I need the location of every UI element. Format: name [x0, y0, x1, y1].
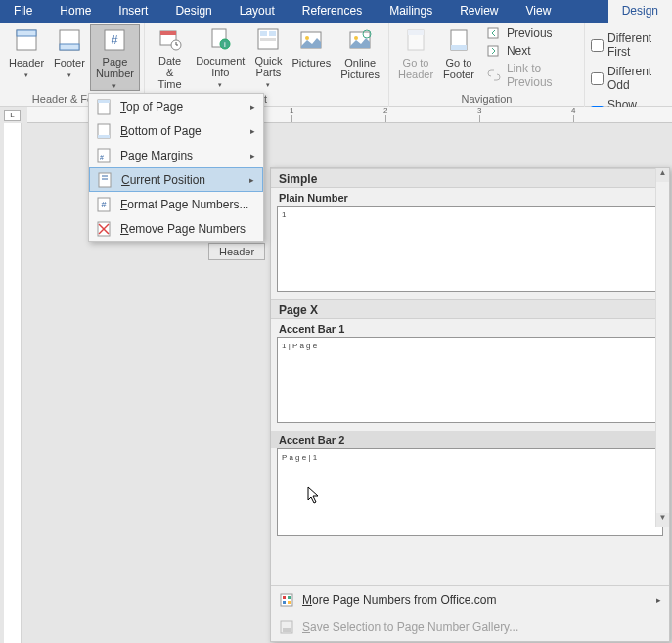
- quick-parts-label: Quick Parts: [254, 55, 282, 78]
- preview-text: 1: [282, 210, 658, 220]
- ruler-mark: 3: [477, 107, 481, 115]
- checkbox-icon[interactable]: [591, 39, 604, 52]
- cursor-icon: [307, 486, 323, 506]
- svg-rect-17: [260, 38, 276, 41]
- gallery-preview-accent-bar-2[interactable]: P a g e | 1: [277, 448, 663, 536]
- menu-format-page-numbers[interactable]: # Format Page Numbers...: [89, 192, 263, 216]
- save-icon: [279, 620, 294, 635]
- date-time-label: Date & Time: [154, 55, 186, 90]
- svg-text:#: #: [100, 154, 104, 161]
- menu-bottom-of-page[interactable]: Bottom of Page ▸: [89, 118, 263, 143]
- gallery-preview-accent-bar-1[interactable]: 1 | P a g e: [277, 337, 663, 423]
- menu-label: Current Position: [121, 173, 205, 187]
- current-position-icon: [96, 171, 113, 189]
- ruler-tab-selector[interactable]: L: [4, 110, 21, 121]
- footer-label: Footer: [54, 57, 85, 69]
- submenu-arrow-icon: ▸: [250, 151, 255, 161]
- page-number-icon: #: [102, 28, 127, 52]
- dropdown-arrow-icon: ▾: [67, 69, 71, 81]
- tab-contextual-design[interactable]: Design: [608, 0, 672, 23]
- group-label-navigation: Navigation: [393, 93, 580, 105]
- page-number-gallery: Simple Plain Number 1 Page X Accent Bar …: [270, 167, 670, 642]
- menu-page-margins[interactable]: # Page Margins ▸: [89, 143, 263, 167]
- page-number-label: Page Number: [96, 56, 134, 79]
- goto-footer-icon: [446, 27, 471, 53]
- svg-rect-3: [60, 44, 79, 50]
- svg-rect-45: [288, 596, 291, 599]
- page-number-button[interactable]: # Page Number ▾: [90, 24, 140, 91]
- preview-text: P a g e | 1: [282, 453, 658, 463]
- format-icon: #: [95, 196, 112, 213]
- scroll-down-icon[interactable]: ▼: [656, 513, 669, 527]
- pictures-button[interactable]: Pictures: [288, 24, 336, 91]
- picture-icon: [298, 27, 324, 53]
- remove-icon: [95, 220, 112, 238]
- preview-text: 1 | P a g e: [282, 342, 658, 351]
- gallery-preview-plain-number[interactable]: 1: [277, 206, 663, 292]
- previous-label: Previous: [507, 26, 553, 40]
- scroll-up-icon[interactable]: ▲: [656, 168, 669, 182]
- submenu-arrow-icon: ▸: [249, 175, 254, 185]
- dropdown-arrow-icon: ▾: [266, 79, 270, 91]
- different-first-checkbox[interactable]: Different First: [591, 31, 666, 59]
- date-time-button[interactable]: Date & Time: [149, 24, 191, 91]
- tab-review[interactable]: Review: [446, 0, 512, 23]
- gallery-scrollbar[interactable]: ▲ ▼: [655, 168, 669, 527]
- goto-footer-label: Go to Footer: [443, 57, 474, 80]
- online-pictures-label: Online Pictures: [340, 57, 380, 80]
- tab-references[interactable]: References: [289, 0, 376, 23]
- gallery-item-accent-bar-1[interactable]: Accent Bar 1: [271, 319, 669, 337]
- tab-design[interactable]: Design: [161, 0, 225, 23]
- svg-rect-1: [17, 30, 36, 36]
- footer-button[interactable]: Footer ▾: [49, 24, 90, 91]
- svg-rect-47: [288, 601, 291, 604]
- goto-footer-button[interactable]: Go to Footer: [438, 24, 479, 91]
- goto-header-button: Go to Header: [393, 24, 438, 91]
- svg-rect-28: [488, 46, 498, 56]
- vertical-ruler[interactable]: [4, 123, 22, 643]
- checkbox-icon[interactable]: [591, 72, 604, 85]
- online-pictures-button[interactable]: Online Pictures: [336, 24, 384, 91]
- submenu-arrow-icon: ▸: [656, 595, 661, 605]
- menu-remove-page-numbers[interactable]: Remove Page Numbers: [89, 216, 263, 241]
- ruler-mark: 4: [571, 107, 575, 115]
- svg-rect-30: [98, 100, 110, 103]
- group-navigation: Go to Header Go to Footer Previous Next: [389, 23, 585, 107]
- svg-rect-7: [160, 31, 176, 35]
- menu-label: Page Margins: [120, 149, 193, 162]
- svg-rect-35: [99, 173, 111, 187]
- header-icon: [14, 27, 39, 53]
- tab-file[interactable]: File: [0, 0, 46, 23]
- more-page-numbers[interactable]: More Page Numbers from Office.com ▸: [271, 586, 669, 614]
- tab-mailings[interactable]: Mailings: [376, 0, 446, 23]
- header-button[interactable]: Header ▾: [4, 24, 49, 91]
- gallery-section-pagex: Page X: [271, 299, 669, 319]
- bottom-page-icon: [95, 122, 112, 140]
- document-info-button[interactable]: i Document Info ▾: [191, 24, 249, 91]
- goto-header-icon: [403, 27, 428, 53]
- tab-view[interactable]: View: [513, 0, 565, 23]
- menu-label: Top of Page: [120, 100, 183, 114]
- svg-text:#: #: [112, 33, 118, 47]
- page-number-menu: Top of Page ▸ Bottom of Page ▸ # Page Ma…: [88, 93, 264, 242]
- gallery-item-plain-number[interactable]: Plain Number: [271, 188, 669, 206]
- menu-current-position[interactable]: Current Position ▸: [89, 167, 263, 192]
- svg-text:#: #: [101, 200, 106, 209]
- gallery-item-accent-bar-2[interactable]: Accent Bar 2: [271, 431, 669, 448]
- different-odd-checkbox[interactable]: Different Odd: [591, 65, 666, 92]
- tab-home[interactable]: Home: [46, 0, 105, 23]
- group-options: Different First Different Odd Show Docum…: [585, 23, 672, 107]
- svg-point-21: [354, 36, 358, 40]
- next-label: Next: [507, 44, 531, 58]
- next-button[interactable]: Next: [483, 42, 580, 60]
- previous-button[interactable]: Previous: [483, 24, 580, 42]
- different-first-label: Different First: [607, 31, 666, 59]
- tab-insert[interactable]: Insert: [105, 0, 161, 23]
- menu-top-of-page[interactable]: Top of Page ▸: [89, 94, 263, 118]
- tab-layout[interactable]: Layout: [226, 0, 289, 23]
- gallery-section-simple: Simple: [271, 168, 669, 188]
- dropdown-arrow-icon: ▾: [112, 80, 116, 92]
- previous-icon: [487, 26, 501, 40]
- quick-parts-button[interactable]: Quick Parts ▾: [249, 24, 287, 91]
- quick-parts-icon: [255, 27, 281, 51]
